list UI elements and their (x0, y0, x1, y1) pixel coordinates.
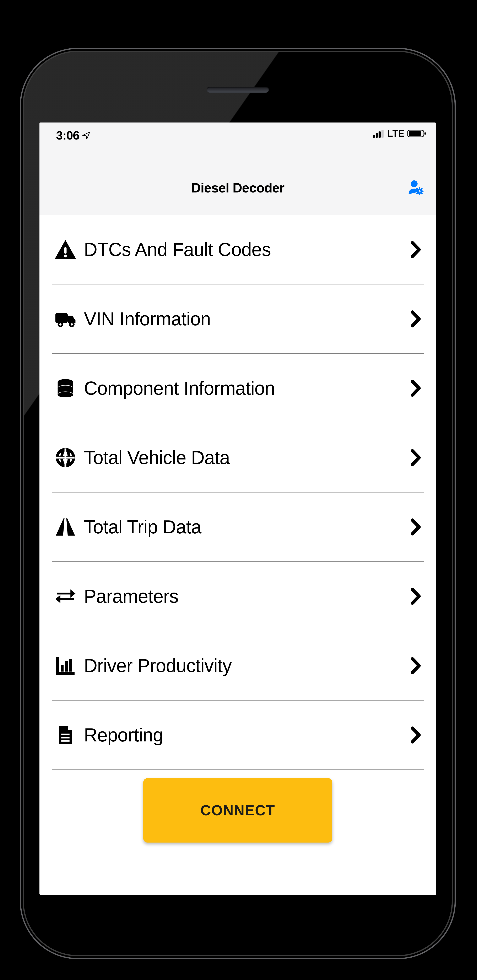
menu-row-parameters[interactable]: Parameters (52, 562, 424, 631)
svg-rect-2 (378, 131, 381, 138)
svg-rect-36 (61, 665, 64, 672)
svg-rect-19 (56, 313, 68, 323)
menu-label: Reporting (84, 724, 403, 746)
app-screen: 3:06 LTE (40, 123, 436, 895)
svg-rect-17 (64, 247, 67, 254)
connect-container: CONNECT (40, 770, 436, 843)
svg-line-15 (417, 193, 418, 194)
menu-label: Total Vehicle Data (84, 447, 403, 468)
svg-point-21 (59, 323, 62, 326)
svg-rect-34 (56, 657, 59, 675)
menu-row-vin[interactable]: VIN Information (52, 285, 424, 354)
svg-rect-3 (382, 130, 383, 138)
truck-icon (54, 307, 77, 330)
menu-row-driver-productivity[interactable]: Driver Productivity (52, 631, 424, 700)
connect-button[interactable]: CONNECT (143, 778, 332, 843)
chevron-right-icon (410, 587, 422, 606)
svg-rect-41 (61, 740, 70, 741)
chevron-right-icon (410, 448, 422, 467)
phone-speaker (207, 87, 269, 92)
chevron-right-icon (410, 240, 422, 259)
cellular-signal-icon (373, 129, 385, 138)
status-right: LTE (373, 128, 427, 139)
svg-line-14 (421, 193, 422, 194)
menu-row-reporting[interactable]: Reporting (52, 700, 424, 770)
chevron-right-icon (410, 310, 422, 328)
svg-rect-0 (373, 135, 375, 138)
location-icon (82, 131, 91, 140)
phone-frame: 3:06 LTE (24, 52, 452, 955)
swap-icon (54, 585, 77, 608)
menu-label: Component Information (84, 378, 403, 399)
menu-row-vehicle-data[interactable]: Total Vehicle Data (52, 423, 424, 493)
svg-rect-39 (61, 733, 70, 735)
road-icon (54, 515, 77, 538)
menu-label: Driver Productivity (84, 655, 403, 676)
svg-rect-6 (425, 132, 426, 135)
svg-point-7 (411, 180, 417, 187)
chevron-right-icon (410, 656, 422, 675)
database-icon (54, 377, 77, 400)
document-icon (54, 724, 77, 746)
menu-list: DTCs And Fault Codes VIN Information (40, 215, 436, 770)
menu-label: DTCs And Fault Codes (84, 239, 403, 260)
menu-label: Total Trip Data (84, 516, 403, 538)
svg-line-13 (417, 189, 418, 189)
chevron-right-icon (410, 379, 422, 398)
menu-row-trip-data[interactable]: Total Trip Data (52, 493, 424, 562)
menu-label: VIN Information (84, 308, 403, 330)
warning-icon (54, 238, 77, 261)
svg-rect-5 (409, 131, 421, 136)
page-title: Diesel Decoder (191, 180, 284, 196)
svg-rect-38 (69, 659, 72, 672)
chart-icon (54, 654, 77, 677)
chevron-right-icon (410, 518, 422, 536)
menu-label: Parameters (84, 586, 403, 607)
menu-row-dtcs[interactable]: DTCs And Fault Codes (52, 215, 424, 285)
svg-rect-35 (56, 672, 75, 675)
svg-rect-37 (65, 661, 68, 672)
svg-point-18 (64, 255, 67, 257)
svg-point-28 (58, 392, 73, 398)
globe-icon (54, 446, 77, 469)
svg-rect-1 (376, 133, 378, 138)
status-left: 3:06 (49, 128, 91, 142)
battery-icon (407, 129, 426, 138)
status-time: 3:06 (56, 128, 80, 142)
status-bar: 3:06 LTE (40, 123, 436, 161)
user-gear-icon (406, 178, 425, 198)
nav-header: Diesel Decoder (40, 161, 436, 215)
chevron-right-icon (410, 725, 422, 745)
svg-rect-40 (61, 737, 70, 738)
user-settings-button[interactable] (405, 178, 426, 198)
svg-line-16 (421, 189, 422, 189)
menu-row-component[interactable]: Component Information (52, 354, 424, 423)
network-label: LTE (387, 128, 404, 139)
svg-point-23 (71, 323, 73, 326)
